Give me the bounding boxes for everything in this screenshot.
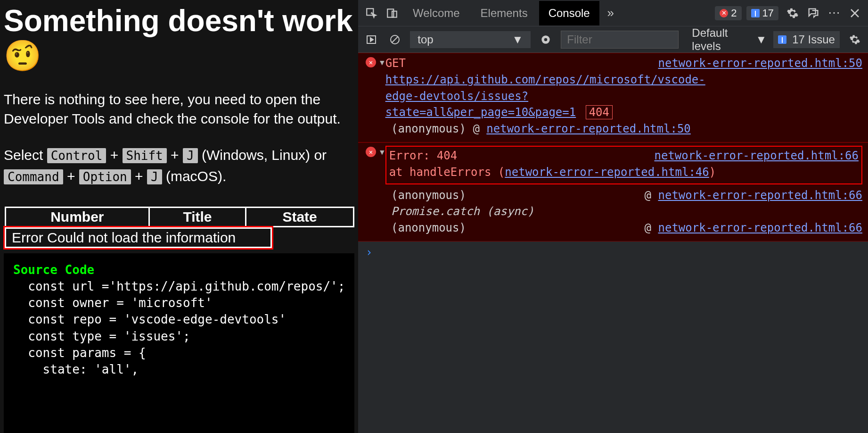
col-number: Number: [6, 208, 149, 227]
close-icon[interactable]: [845, 4, 864, 23]
console-error-entry: ✕ ▼ GET https://api.github.com/repos//mi…: [358, 53, 868, 142]
http-method: GET: [385, 57, 406, 70]
keyboard-hint: Select Control + Shift + J (Windows, Lin…: [4, 144, 354, 187]
svg-rect-2: [392, 11, 397, 17]
context-select[interactable]: top ▼: [410, 31, 531, 48]
issue-count: 17: [762, 7, 774, 19]
error-count: 2: [731, 7, 737, 19]
col-state: State: [246, 208, 354, 227]
kbd-win-suffix: (Windows, Linux) or: [202, 147, 327, 163]
stack-fn: (anonymous): [391, 187, 466, 204]
disclosure-triangle[interactable]: ▼: [380, 147, 385, 158]
stack-fn: (anonymous): [391, 121, 466, 137]
context-label: top: [418, 33, 433, 46]
error-highlight-box: Error: 404 network-error-reported.html:6…: [385, 146, 862, 184]
stack-source-link[interactable]: network-error-reported.html:50: [486, 121, 690, 137]
console-toolbar: top ▼ Default levels ▼ ❙ 17 Issue: [358, 26, 868, 53]
kbd-j: J: [183, 148, 198, 163]
request-url[interactable]: https://api.github.com/repos//microsoft/…: [385, 73, 705, 119]
kbd-option: Option: [79, 169, 131, 184]
error-icon: ✕: [366, 57, 376, 67]
code-body: const url ='https://api.github.com/repos…: [13, 279, 345, 376]
stack-frame: (anonymous) @ network-error-reported.htm…: [366, 220, 862, 236]
tab-console[interactable]: Console: [539, 1, 599, 25]
trace-link[interactable]: network-error-reported.html:46: [505, 166, 709, 179]
live-expression-icon[interactable]: [537, 30, 554, 49]
svg-point-6: [544, 38, 548, 41]
kbd-prefix: Select: [4, 147, 47, 163]
kbd-command: Command: [4, 169, 63, 184]
issues-label: 17 Issue: [792, 33, 835, 46]
filter-input[interactable]: [561, 31, 679, 49]
console-prompt[interactable]: ›: [358, 241, 868, 264]
error-count-pill[interactable]: ✕ 2: [715, 6, 741, 20]
intro-text: There is nothing to see here, you need t…: [4, 90, 354, 128]
kbd-j2: J: [147, 169, 162, 184]
devtools-panel: Welcome Elements Console » ✕ 2 ❙ 17 ⋯: [358, 0, 868, 433]
async-boundary: Promise.catch (async): [366, 203, 862, 220]
error-dot-icon: ✕: [720, 9, 728, 17]
levels-label: Default levels: [692, 26, 752, 53]
table-header-row: Number Title State: [6, 208, 354, 227]
disclosure-triangle[interactable]: ▼: [380, 57, 385, 68]
prompt-chevron-icon: ›: [366, 244, 372, 261]
console-settings-icon[interactable]: [846, 30, 863, 49]
tab-elements[interactable]: Elements: [471, 1, 537, 25]
kbd-control: Control: [47, 148, 106, 163]
error-icon: ✕: [366, 147, 376, 157]
console-error-entry: ✕ ▼ Error: 404 network-error-reported.ht…: [358, 142, 868, 241]
inspect-icon[interactable]: [362, 4, 381, 23]
issue-count-pill[interactable]: ❙ 17: [746, 6, 778, 20]
chevron-down-icon: ▼: [755, 33, 767, 46]
tab-welcome[interactable]: Welcome: [403, 1, 469, 25]
chevron-down-icon: ▼: [512, 33, 523, 46]
trace-post: ): [709, 166, 716, 179]
stack-frame: (anonymous) @ network-error-reported.htm…: [366, 121, 862, 137]
error-row-highlight: Error Could not load the information: [3, 226, 273, 250]
devtools-tabbar: Welcome Elements Console » ✕ 2 ❙ 17 ⋯: [358, 0, 868, 26]
stack-fn: (anonymous): [391, 220, 466, 236]
trace-pre: at handleErrors (: [389, 166, 505, 179]
more-tabs-icon[interactable]: »: [601, 4, 620, 23]
sidebar-toggle-icon[interactable]: [363, 30, 380, 49]
feedback-icon[interactable]: [804, 4, 823, 23]
error-title: Error: 404: [389, 149, 458, 162]
error-row: Error Could not load the information: [5, 227, 272, 248]
source-link[interactable]: network-error-reported.html:50: [649, 55, 862, 72]
console-output: ✕ ▼ GET https://api.github.com/repos//mi…: [358, 53, 868, 433]
stack-source-link[interactable]: network-error-reported.html:66: [658, 187, 862, 204]
issues-table: Number Title State: [5, 207, 354, 227]
kbd-shift: Shift: [123, 148, 167, 163]
stack-source-link[interactable]: network-error-reported.html:66: [658, 220, 862, 236]
page-title: Something doesn't work 🤨: [4, 4, 354, 73]
issues-button[interactable]: ❙ 17 Issue: [773, 31, 840, 48]
kebab-icon[interactable]: ⋯: [825, 4, 843, 23]
code-title: Source Code: [13, 263, 94, 277]
source-link[interactable]: network-error-reported.html:66: [645, 148, 859, 164]
issue-icon: ❙: [778, 35, 786, 44]
kbd-mac-suffix: (macOS).: [166, 168, 226, 184]
clear-console-icon[interactable]: [386, 30, 403, 49]
source-code-block: Source Code const url ='https://api.gith…: [4, 253, 354, 433]
status-badge: 404: [586, 105, 613, 119]
stack-frame: (anonymous) @ network-error-reported.htm…: [366, 187, 862, 204]
svg-rect-1: [387, 9, 393, 17]
col-title: Title: [149, 208, 246, 227]
device-toggle-icon[interactable]: [383, 4, 401, 23]
page-content: Something doesn't work 🤨 There is nothin…: [0, 0, 358, 433]
settings-icon[interactable]: [783, 4, 802, 23]
log-levels-select[interactable]: Default levels ▼: [692, 26, 767, 53]
issue-icon: ❙: [751, 9, 760, 17]
